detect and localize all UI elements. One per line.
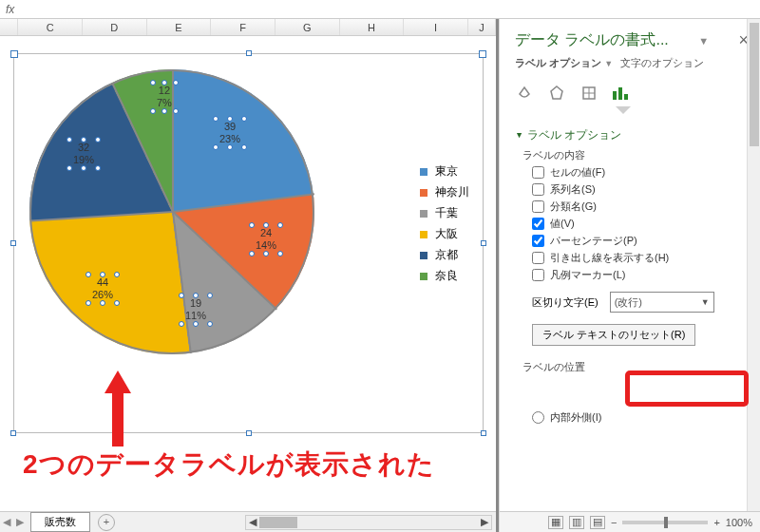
check-value[interactable]: 値(V): [532, 217, 747, 231]
svg-rect-6: [624, 94, 628, 100]
check-cell-value[interactable]: セルの値(F): [532, 165, 747, 180]
svg-rect-5: [618, 87, 622, 100]
data-label-osaka[interactable]: 4426%: [88, 275, 117, 303]
chart-legend[interactable]: 東京 神奈川 千葉 大阪 京都 奈良: [420, 159, 469, 289]
effects-icon[interactable]: [547, 84, 566, 103]
sheet-tab-bar: ◀ ▶ 販売数 + ◀ ▶: [0, 511, 496, 532]
check-leader-lines[interactable]: 引き出し線を表示する(H): [532, 251, 747, 265]
col-header[interactable]: F: [211, 19, 276, 35]
tab-next-icon[interactable]: ▶: [13, 516, 27, 528]
legend-item: 神奈川: [420, 184, 469, 200]
subtab-text-options[interactable]: 文字のオプション: [620, 56, 704, 70]
pie-chart[interactable]: 3923% 2414% 1911% 4426%: [29, 69, 314, 354]
formula-bar[interactable]: fx: [0, 0, 760, 19]
col-header[interactable]: G: [276, 19, 340, 35]
data-label-tokyo[interactable]: 3923%: [216, 119, 244, 147]
zoom-in-button[interactable]: +: [713, 517, 719, 528]
reset-label-text-button[interactable]: ラベル テキストのリセット(R): [532, 324, 695, 346]
radio-inside-end[interactable]: 内部外側(I): [532, 410, 747, 425]
svg-marker-0: [551, 86, 562, 99]
sub-label-content: ラベルの内容: [522, 148, 747, 162]
check-series-name[interactable]: 系列名(S): [532, 182, 747, 197]
separator-label: 区切り文字(E): [532, 295, 598, 310]
zoom-slider[interactable]: [622, 521, 708, 524]
data-label-chiba[interactable]: 1911%: [181, 295, 210, 324]
legend-item: 大阪: [420, 226, 469, 242]
sheet-tab[interactable]: 販売数: [30, 512, 90, 532]
annotation-caption: 2つのデータラベルが表示された: [23, 446, 435, 483]
zoom-level[interactable]: 100%: [726, 517, 752, 528]
legend-item: 千葉: [420, 205, 469, 221]
worksheet-area: C D E F G H I J: [0, 19, 499, 532]
col-header[interactable]: E: [147, 19, 212, 35]
horizontal-scrollbar[interactable]: ◀ ▶: [245, 515, 492, 530]
annotation-arrow: [106, 370, 129, 446]
svg-rect-4: [613, 91, 617, 100]
panel-menu-caret-icon[interactable]: ▼: [698, 35, 709, 47]
chevron-down-icon: ▼: [701, 297, 710, 307]
zoom-out-button[interactable]: −: [611, 517, 617, 528]
format-data-labels-pane: データ ラベルの書式... ▼ × ラベル オプション ▼ 文字のオプション ラ…: [499, 19, 760, 532]
check-percentage[interactable]: パーセンテージ(P): [532, 234, 747, 248]
section-label-options[interactable]: ラベル オプション: [515, 127, 747, 143]
sub-label-position: ラベルの位置: [522, 360, 747, 374]
add-sheet-button[interactable]: +: [98, 514, 115, 531]
fx-icon: fx: [6, 3, 14, 16]
view-page-break-icon[interactable]: ▤: [590, 516, 605, 529]
legend-item: 東京: [420, 163, 469, 180]
scroll-left-icon[interactable]: ◀: [246, 516, 259, 529]
scroll-thumb[interactable]: [259, 517, 297, 528]
select-all-corner[interactable]: [0, 19, 18, 35]
data-label-kyoto[interactable]: 3219%: [69, 140, 98, 168]
tab-prev-icon[interactable]: ◀: [0, 516, 13, 528]
grid-body[interactable]: 3923% 2414% 1911% 4426%: [0, 36, 496, 454]
data-label-kanagawa[interactable]: 2414%: [252, 225, 280, 254]
chart-object[interactable]: 3923% 2414% 1911% 4426%: [13, 53, 484, 433]
size-properties-icon[interactable]: [580, 84, 598, 103]
legend-item: 奈良: [420, 268, 469, 284]
panel-title: データ ラベルの書式...: [515, 30, 669, 50]
column-headers: C D E F G H I J: [0, 19, 496, 36]
col-header[interactable]: I: [404, 19, 468, 35]
label-options-icon[interactable]: [612, 84, 631, 103]
legend-item: 京都: [420, 247, 469, 263]
col-header[interactable]: D: [83, 19, 147, 35]
scroll-right-icon[interactable]: ▶: [478, 516, 491, 529]
col-header[interactable]: J: [468, 19, 496, 35]
status-bar: ▦ ▥ ▤ − + 100%: [500, 511, 760, 532]
col-header[interactable]: C: [18, 19, 83, 35]
fill-line-icon[interactable]: [515, 84, 534, 103]
subtab-label-options[interactable]: ラベル オプション ▼: [515, 56, 613, 70]
check-category-name[interactable]: 分類名(G): [532, 200, 747, 214]
view-normal-icon[interactable]: ▦: [548, 516, 563, 529]
check-legend-marker[interactable]: 凡例マーカー(L): [532, 268, 747, 282]
col-header[interactable]: H: [340, 19, 405, 35]
view-page-layout-icon[interactable]: ▥: [569, 516, 584, 529]
separator-combobox[interactable]: (改行) ▼: [610, 292, 714, 313]
panel-category-icons: [500, 78, 760, 106]
data-label-nara[interactable]: 127%: [153, 83, 176, 111]
annotation-highlight: [625, 370, 749, 407]
